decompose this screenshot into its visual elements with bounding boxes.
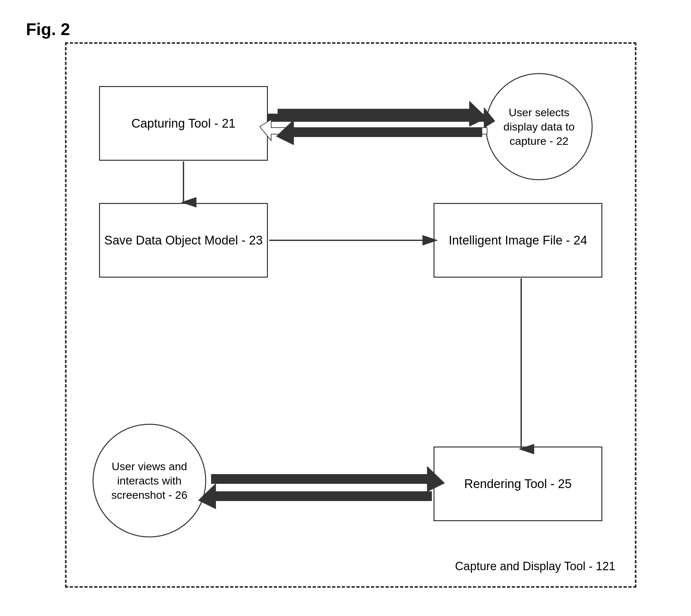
user-views-circle: User views and interacts with screenshot… <box>92 424 206 537</box>
rendering-tool-box: Rendering Tool - 25 <box>433 446 602 521</box>
intelligent-image-label: Intelligent Image File - 24 <box>449 234 587 247</box>
save-data-label: Save Data Object Model - 23 <box>104 234 263 247</box>
outer-container: Capturing Tool - 21 User selects display… <box>65 42 637 588</box>
svg-marker-11 <box>198 483 432 509</box>
capturing-tool-box: Capturing Tool - 21 <box>99 86 268 161</box>
svg-marker-9 <box>276 119 482 145</box>
save-data-box: Save Data Object Model - 23 <box>99 203 268 278</box>
fig-label: Fig. 2 <box>26 20 70 39</box>
user-selects-circle: User selects display data to capture - 2… <box>486 73 593 180</box>
user-views-label: User views and interacts with screenshot… <box>93 453 205 509</box>
svg-marker-8 <box>277 101 487 127</box>
svg-marker-3 <box>268 107 495 128</box>
user-selects-label: User selects display data to capture - 2… <box>486 99 592 155</box>
caption-label: Capture and Display Tool - 121 <box>455 559 615 573</box>
rendering-tool-label: Rendering Tool - 25 <box>464 477 572 491</box>
svg-marker-4 <box>260 119 487 140</box>
intelligent-image-box: Intelligent Image File - 24 <box>433 203 602 278</box>
capturing-tool-label: Capturing Tool - 21 <box>132 116 236 131</box>
svg-marker-10 <box>211 466 445 492</box>
